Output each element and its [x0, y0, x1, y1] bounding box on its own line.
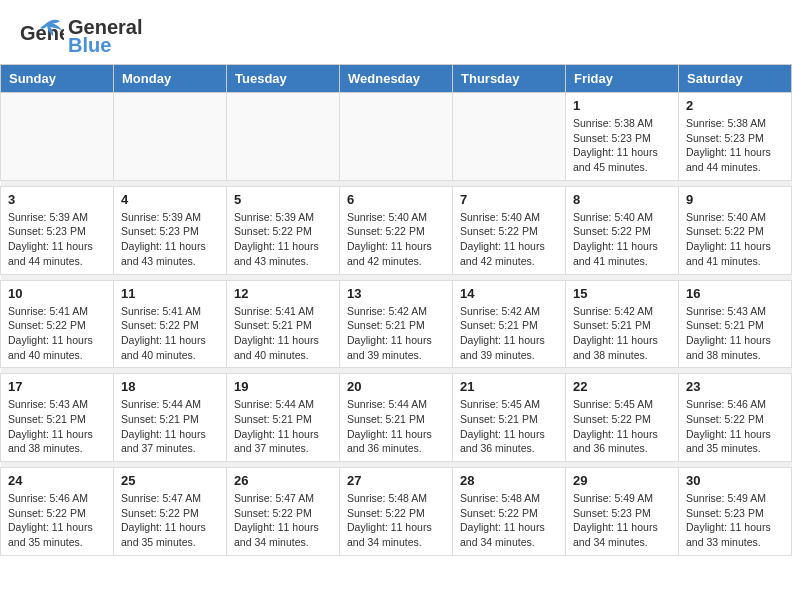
day-info: Sunrise: 5:42 AM Sunset: 5:21 PM Dayligh… [573, 304, 671, 363]
day-info: Sunrise: 5:45 AM Sunset: 5:22 PM Dayligh… [573, 397, 671, 456]
calendar-cell: 25Sunrise: 5:47 AM Sunset: 5:22 PM Dayli… [114, 468, 227, 556]
calendar-header-tuesday: Tuesday [227, 65, 340, 93]
day-number: 27 [347, 473, 445, 488]
day-info: Sunrise: 5:46 AM Sunset: 5:22 PM Dayligh… [686, 397, 784, 456]
calendar-header-friday: Friday [566, 65, 679, 93]
day-number: 15 [573, 286, 671, 301]
day-number: 13 [347, 286, 445, 301]
calendar-cell [114, 93, 227, 181]
day-info: Sunrise: 5:48 AM Sunset: 5:22 PM Dayligh… [347, 491, 445, 550]
day-info: Sunrise: 5:39 AM Sunset: 5:23 PM Dayligh… [121, 210, 219, 269]
calendar-cell: 24Sunrise: 5:46 AM Sunset: 5:22 PM Dayli… [1, 468, 114, 556]
calendar-cell: 28Sunrise: 5:48 AM Sunset: 5:22 PM Dayli… [453, 468, 566, 556]
day-number: 5 [234, 192, 332, 207]
calendar-cell: 30Sunrise: 5:49 AM Sunset: 5:23 PM Dayli… [679, 468, 792, 556]
calendar-header-wednesday: Wednesday [340, 65, 453, 93]
day-info: Sunrise: 5:46 AM Sunset: 5:22 PM Dayligh… [8, 491, 106, 550]
day-number: 18 [121, 379, 219, 394]
day-number: 1 [573, 98, 671, 113]
logo-text-blue: Blue [68, 34, 142, 56]
calendar-cell: 17Sunrise: 5:43 AM Sunset: 5:21 PM Dayli… [1, 374, 114, 462]
svg-text:General: General [20, 22, 64, 44]
page-header: General General Blue [0, 0, 792, 64]
logo: General General Blue [20, 16, 142, 56]
calendar-header-saturday: Saturday [679, 65, 792, 93]
day-info: Sunrise: 5:49 AM Sunset: 5:23 PM Dayligh… [573, 491, 671, 550]
calendar-cell: 7Sunrise: 5:40 AM Sunset: 5:22 PM Daylig… [453, 186, 566, 274]
calendar-cell: 13Sunrise: 5:42 AM Sunset: 5:21 PM Dayli… [340, 280, 453, 368]
calendar-cell: 27Sunrise: 5:48 AM Sunset: 5:22 PM Dayli… [340, 468, 453, 556]
calendar-cell: 12Sunrise: 5:41 AM Sunset: 5:21 PM Dayli… [227, 280, 340, 368]
day-number: 30 [686, 473, 784, 488]
logo-icon: General [20, 18, 64, 54]
calendar-cell: 6Sunrise: 5:40 AM Sunset: 5:22 PM Daylig… [340, 186, 453, 274]
day-info: Sunrise: 5:39 AM Sunset: 5:22 PM Dayligh… [234, 210, 332, 269]
calendar-cell: 10Sunrise: 5:41 AM Sunset: 5:22 PM Dayli… [1, 280, 114, 368]
calendar-cell: 15Sunrise: 5:42 AM Sunset: 5:21 PM Dayli… [566, 280, 679, 368]
day-number: 24 [8, 473, 106, 488]
day-info: Sunrise: 5:44 AM Sunset: 5:21 PM Dayligh… [347, 397, 445, 456]
day-number: 20 [347, 379, 445, 394]
day-info: Sunrise: 5:40 AM Sunset: 5:22 PM Dayligh… [686, 210, 784, 269]
day-number: 6 [347, 192, 445, 207]
calendar-week-row: 24Sunrise: 5:46 AM Sunset: 5:22 PM Dayli… [1, 468, 792, 556]
day-info: Sunrise: 5:47 AM Sunset: 5:22 PM Dayligh… [234, 491, 332, 550]
calendar-week-row: 17Sunrise: 5:43 AM Sunset: 5:21 PM Dayli… [1, 374, 792, 462]
day-number: 19 [234, 379, 332, 394]
day-number: 21 [460, 379, 558, 394]
calendar-cell: 11Sunrise: 5:41 AM Sunset: 5:22 PM Dayli… [114, 280, 227, 368]
calendar-cell: 19Sunrise: 5:44 AM Sunset: 5:21 PM Dayli… [227, 374, 340, 462]
day-number: 10 [8, 286, 106, 301]
day-info: Sunrise: 5:39 AM Sunset: 5:23 PM Dayligh… [8, 210, 106, 269]
calendar-cell [340, 93, 453, 181]
calendar: SundayMondayTuesdayWednesdayThursdayFrid… [0, 64, 792, 556]
calendar-cell: 9Sunrise: 5:40 AM Sunset: 5:22 PM Daylig… [679, 186, 792, 274]
day-info: Sunrise: 5:42 AM Sunset: 5:21 PM Dayligh… [460, 304, 558, 363]
calendar-cell: 16Sunrise: 5:43 AM Sunset: 5:21 PM Dayli… [679, 280, 792, 368]
calendar-header-sunday: Sunday [1, 65, 114, 93]
day-number: 17 [8, 379, 106, 394]
calendar-cell: 4Sunrise: 5:39 AM Sunset: 5:23 PM Daylig… [114, 186, 227, 274]
day-info: Sunrise: 5:41 AM Sunset: 5:22 PM Dayligh… [8, 304, 106, 363]
day-number: 29 [573, 473, 671, 488]
calendar-cell: 3Sunrise: 5:39 AM Sunset: 5:23 PM Daylig… [1, 186, 114, 274]
calendar-week-row: 1Sunrise: 5:38 AM Sunset: 5:23 PM Daylig… [1, 93, 792, 181]
calendar-header-monday: Monday [114, 65, 227, 93]
day-info: Sunrise: 5:40 AM Sunset: 5:22 PM Dayligh… [573, 210, 671, 269]
day-number: 9 [686, 192, 784, 207]
day-number: 8 [573, 192, 671, 207]
day-number: 26 [234, 473, 332, 488]
calendar-cell: 14Sunrise: 5:42 AM Sunset: 5:21 PM Dayli… [453, 280, 566, 368]
calendar-cell: 29Sunrise: 5:49 AM Sunset: 5:23 PM Dayli… [566, 468, 679, 556]
day-info: Sunrise: 5:40 AM Sunset: 5:22 PM Dayligh… [347, 210, 445, 269]
day-info: Sunrise: 5:41 AM Sunset: 5:21 PM Dayligh… [234, 304, 332, 363]
calendar-cell: 5Sunrise: 5:39 AM Sunset: 5:22 PM Daylig… [227, 186, 340, 274]
calendar-header-thursday: Thursday [453, 65, 566, 93]
day-number: 2 [686, 98, 784, 113]
day-number: 4 [121, 192, 219, 207]
day-number: 25 [121, 473, 219, 488]
day-number: 11 [121, 286, 219, 301]
day-number: 12 [234, 286, 332, 301]
day-info: Sunrise: 5:45 AM Sunset: 5:21 PM Dayligh… [460, 397, 558, 456]
calendar-cell [227, 93, 340, 181]
day-info: Sunrise: 5:41 AM Sunset: 5:22 PM Dayligh… [121, 304, 219, 363]
day-info: Sunrise: 5:43 AM Sunset: 5:21 PM Dayligh… [8, 397, 106, 456]
calendar-cell: 8Sunrise: 5:40 AM Sunset: 5:22 PM Daylig… [566, 186, 679, 274]
day-info: Sunrise: 5:43 AM Sunset: 5:21 PM Dayligh… [686, 304, 784, 363]
calendar-cell: 23Sunrise: 5:46 AM Sunset: 5:22 PM Dayli… [679, 374, 792, 462]
day-info: Sunrise: 5:38 AM Sunset: 5:23 PM Dayligh… [686, 116, 784, 175]
day-number: 23 [686, 379, 784, 394]
day-number: 28 [460, 473, 558, 488]
calendar-week-row: 3Sunrise: 5:39 AM Sunset: 5:23 PM Daylig… [1, 186, 792, 274]
day-info: Sunrise: 5:49 AM Sunset: 5:23 PM Dayligh… [686, 491, 784, 550]
day-info: Sunrise: 5:47 AM Sunset: 5:22 PM Dayligh… [121, 491, 219, 550]
calendar-cell: 2Sunrise: 5:38 AM Sunset: 5:23 PM Daylig… [679, 93, 792, 181]
day-info: Sunrise: 5:42 AM Sunset: 5:21 PM Dayligh… [347, 304, 445, 363]
day-number: 3 [8, 192, 106, 207]
day-number: 22 [573, 379, 671, 394]
day-info: Sunrise: 5:48 AM Sunset: 5:22 PM Dayligh… [460, 491, 558, 550]
day-number: 14 [460, 286, 558, 301]
day-number: 16 [686, 286, 784, 301]
calendar-cell: 21Sunrise: 5:45 AM Sunset: 5:21 PM Dayli… [453, 374, 566, 462]
